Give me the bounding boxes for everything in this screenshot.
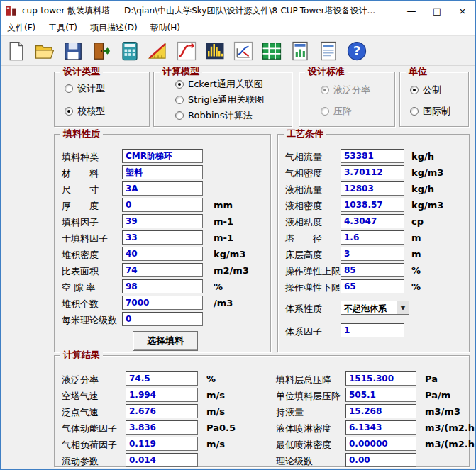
calculator-button[interactable] (116, 38, 143, 65)
flex-lower-input[interactable] (341, 279, 404, 293)
liquid-flow-label: 液相流量 (285, 184, 322, 196)
radio-strigle[interactable]: Strigle通用关联图 (175, 94, 264, 106)
gas-density-input[interactable] (341, 165, 404, 179)
window-controls: — □ × (399, 1, 475, 21)
liquid-holdup-output[interactable] (345, 404, 416, 418)
theoretical-stages-output[interactable] (345, 453, 416, 467)
tower-diameter-input[interactable] (341, 230, 404, 245)
liquid-holdup-label: 持液量 (276, 406, 304, 419)
flex-upper-input[interactable] (341, 263, 404, 277)
dry-packing-factor-input[interactable] (122, 230, 203, 245)
radio-robbins[interactable]: Robbins计算法 (175, 109, 253, 122)
save-button[interactable] (60, 38, 86, 65)
flex-upper-label: 操作弹性上限 (285, 265, 341, 278)
stages-per-meter-row: 每米理论级数 (55, 312, 270, 327)
piece-count-unit: /m3 (214, 298, 233, 308)
liquid-holdup-row: 持液量 m3/m3 (55, 404, 469, 419)
packing-factor-unit: m-1 (214, 216, 233, 227)
select-packing-button[interactable]: 选择填料 (133, 331, 198, 351)
gas-flow-input[interactable] (341, 149, 404, 163)
piece-count-input[interactable] (122, 296, 203, 310)
specific-area-input[interactable] (122, 263, 203, 277)
data-table-button[interactable] (258, 38, 284, 65)
specific-area-row: 比表面积 m2/m3 (55, 263, 270, 278)
units-group: 单位 公制 国际制 (399, 72, 469, 127)
menu-file[interactable]: 文件(F) (1, 21, 42, 35)
menu-help[interactable]: 帮助(H) (144, 21, 187, 35)
ruler-button[interactable] (145, 38, 171, 65)
radio-label: 液泛分率 (333, 84, 370, 96)
bulk-density-row: 堆积密度 kg/m3 (55, 247, 270, 262)
flooding-chart-icon (176, 40, 197, 62)
menu-project-description[interactable]: 项目描述(D) (84, 21, 144, 35)
radio-check-type[interactable]: 校核型 (65, 105, 105, 118)
flooding-chart-button[interactable] (173, 38, 199, 65)
stages-per-meter-input[interactable] (122, 312, 203, 326)
liquid-flow-input[interactable] (341, 181, 404, 196)
thickness-label: 厚 度 (62, 200, 99, 213)
bed-height-row: 床层高度 m (278, 247, 469, 262)
total-pressure-drop-unit: Pa (425, 374, 438, 384)
maximize-button[interactable]: □ (424, 1, 450, 21)
system-property-dropdown[interactable]: 不起泡体系 ▼ (341, 301, 409, 315)
radio-international[interactable]: 国际制 (410, 105, 450, 118)
exit-button[interactable] (88, 38, 114, 65)
spectrum-icon (204, 40, 226, 62)
packing-factor-input[interactable] (122, 214, 203, 228)
dry-packing-factor-row: 干填料因子 m-1 (55, 230, 270, 245)
radio-circle (65, 84, 73, 93)
liquid-density-unit: kg/m3 (411, 200, 443, 211)
spectrum-button[interactable] (201, 38, 228, 65)
dry-packing-factor-label: 干填料因子 (62, 233, 108, 245)
help-button[interactable]: ? (343, 38, 370, 65)
report-button[interactable] (287, 38, 313, 65)
liquid-density-input[interactable] (341, 198, 404, 212)
data-table-icon (261, 40, 282, 62)
min-spray-density-output[interactable] (345, 437, 416, 451)
system-factor-label: 体系因子 (285, 325, 322, 338)
specific-area-label: 比表面积 (62, 265, 99, 278)
thickness-input[interactable] (122, 198, 203, 212)
system-property-label: 体系性质 (285, 303, 322, 315)
minimize-button[interactable]: — (399, 1, 424, 21)
spray-density-row: 液体喷淋密度 m3/(m2.h) (55, 420, 469, 435)
close-button[interactable]: × (450, 1, 475, 21)
report-icon (289, 40, 311, 62)
chevron-down-icon[interactable]: ▼ (397, 301, 409, 314)
new-file-button[interactable] (3, 38, 29, 65)
radio-label: Strigle通用关联图 (188, 94, 264, 106)
document-button[interactable] (315, 38, 341, 65)
radio-eckert[interactable]: Eckert通用关联图 (175, 78, 263, 91)
bed-height-input[interactable] (341, 247, 404, 261)
open-folder-icon (34, 40, 55, 62)
bulk-density-input[interactable] (122, 247, 203, 261)
app-logo-icon (5, 4, 18, 17)
internals-chart-button[interactable] (230, 38, 256, 65)
void-fraction-input[interactable] (122, 279, 203, 293)
spray-density-label: 液体喷淋密度 (276, 423, 331, 435)
liquid-viscosity-label: 液相粘度 (285, 216, 322, 229)
packing-factor-row: 填料因子 m-1 (55, 214, 270, 229)
open-folder-button[interactable] (31, 38, 57, 65)
radio-metric[interactable]: 公制 (410, 84, 441, 96)
unit-pressure-drop-output[interactable] (345, 388, 416, 402)
material-input[interactable] (122, 165, 203, 179)
total-pressure-drop-output[interactable] (345, 371, 416, 386)
design-standard-group: 设计标准 液泛分率 压降 (299, 72, 395, 127)
radio-circle (410, 86, 419, 94)
tower-diameter-row: 塔 径 m (278, 230, 469, 245)
liquid-density-row: 液相密度 kg/m3 (278, 198, 469, 213)
size-input[interactable] (122, 181, 203, 196)
gas-density-label: 气相密度 (285, 167, 322, 180)
system-factor-input[interactable] (341, 323, 404, 337)
radio-design-type[interactable]: 设计型 (65, 82, 105, 95)
theoretical-stages-row: 理论级数 (55, 453, 469, 468)
liquid-viscosity-input[interactable] (341, 214, 404, 228)
total-pressure-drop-row: 填料层总压降 Pa (55, 371, 469, 386)
title-bar: cup-tower-散装填料塔 D:\qian\中山大学Sky团队\设计源文件\… (1, 1, 475, 21)
packing-type-input[interactable] (122, 149, 203, 163)
unit-pressure-drop-unit: Pa/m (425, 390, 450, 401)
spray-density-output[interactable] (345, 420, 416, 435)
material-row: 材 料 (55, 165, 270, 180)
menu-tools[interactable]: 工具(T) (42, 21, 84, 35)
